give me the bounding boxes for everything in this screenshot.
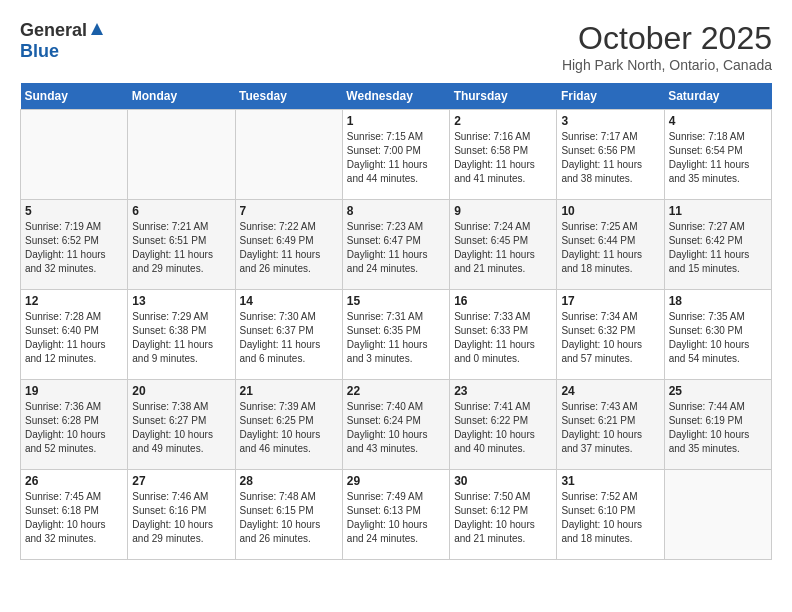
calendar-cell: 21Sunrise: 7:39 AM Sunset: 6:25 PM Dayli… (235, 380, 342, 470)
calendar-cell: 3Sunrise: 7:17 AM Sunset: 6:56 PM Daylig… (557, 110, 664, 200)
calendar-cell (664, 470, 771, 560)
calendar-cell: 27Sunrise: 7:46 AM Sunset: 6:16 PM Dayli… (128, 470, 235, 560)
day-info: Sunrise: 7:28 AM Sunset: 6:40 PM Dayligh… (25, 310, 123, 366)
day-number: 23 (454, 384, 552, 398)
day-info: Sunrise: 7:44 AM Sunset: 6:19 PM Dayligh… (669, 400, 767, 456)
calendar-cell: 5Sunrise: 7:19 AM Sunset: 6:52 PM Daylig… (21, 200, 128, 290)
day-info: Sunrise: 7:52 AM Sunset: 6:10 PM Dayligh… (561, 490, 659, 546)
calendar-week-row: 19Sunrise: 7:36 AM Sunset: 6:28 PM Dayli… (21, 380, 772, 470)
calendar-cell: 23Sunrise: 7:41 AM Sunset: 6:22 PM Dayli… (450, 380, 557, 470)
day-number: 2 (454, 114, 552, 128)
calendar-cell: 7Sunrise: 7:22 AM Sunset: 6:49 PM Daylig… (235, 200, 342, 290)
day-number: 21 (240, 384, 338, 398)
logo-icon (89, 21, 105, 41)
weekday-header-wednesday: Wednesday (342, 83, 449, 110)
day-info: Sunrise: 7:30 AM Sunset: 6:37 PM Dayligh… (240, 310, 338, 366)
calendar-week-row: 12Sunrise: 7:28 AM Sunset: 6:40 PM Dayli… (21, 290, 772, 380)
weekday-header-thursday: Thursday (450, 83, 557, 110)
day-info: Sunrise: 7:48 AM Sunset: 6:15 PM Dayligh… (240, 490, 338, 546)
day-info: Sunrise: 7:49 AM Sunset: 6:13 PM Dayligh… (347, 490, 445, 546)
calendar-cell: 14Sunrise: 7:30 AM Sunset: 6:37 PM Dayli… (235, 290, 342, 380)
calendar-cell: 17Sunrise: 7:34 AM Sunset: 6:32 PM Dayli… (557, 290, 664, 380)
calendar-cell: 25Sunrise: 7:44 AM Sunset: 6:19 PM Dayli… (664, 380, 771, 470)
day-number: 22 (347, 384, 445, 398)
day-number: 10 (561, 204, 659, 218)
day-info: Sunrise: 7:19 AM Sunset: 6:52 PM Dayligh… (25, 220, 123, 276)
day-info: Sunrise: 7:25 AM Sunset: 6:44 PM Dayligh… (561, 220, 659, 276)
day-info: Sunrise: 7:50 AM Sunset: 6:12 PM Dayligh… (454, 490, 552, 546)
day-number: 19 (25, 384, 123, 398)
calendar-cell: 28Sunrise: 7:48 AM Sunset: 6:15 PM Dayli… (235, 470, 342, 560)
day-number: 18 (669, 294, 767, 308)
calendar-cell (21, 110, 128, 200)
calendar-cell: 26Sunrise: 7:45 AM Sunset: 6:18 PM Dayli… (21, 470, 128, 560)
weekday-header-sunday: Sunday (21, 83, 128, 110)
day-info: Sunrise: 7:27 AM Sunset: 6:42 PM Dayligh… (669, 220, 767, 276)
weekday-header-saturday: Saturday (664, 83, 771, 110)
calendar-week-row: 26Sunrise: 7:45 AM Sunset: 6:18 PM Dayli… (21, 470, 772, 560)
logo: General Blue (20, 20, 105, 62)
weekday-header-friday: Friday (557, 83, 664, 110)
calendar-cell: 6Sunrise: 7:21 AM Sunset: 6:51 PM Daylig… (128, 200, 235, 290)
calendar-cell: 29Sunrise: 7:49 AM Sunset: 6:13 PM Dayli… (342, 470, 449, 560)
calendar-table: SundayMondayTuesdayWednesdayThursdayFrid… (20, 83, 772, 560)
calendar-cell: 2Sunrise: 7:16 AM Sunset: 6:58 PM Daylig… (450, 110, 557, 200)
calendar-cell: 31Sunrise: 7:52 AM Sunset: 6:10 PM Dayli… (557, 470, 664, 560)
calendar-cell: 19Sunrise: 7:36 AM Sunset: 6:28 PM Dayli… (21, 380, 128, 470)
calendar-cell: 22Sunrise: 7:40 AM Sunset: 6:24 PM Dayli… (342, 380, 449, 470)
day-info: Sunrise: 7:29 AM Sunset: 6:38 PM Dayligh… (132, 310, 230, 366)
day-info: Sunrise: 7:18 AM Sunset: 6:54 PM Dayligh… (669, 130, 767, 186)
day-number: 14 (240, 294, 338, 308)
day-number: 6 (132, 204, 230, 218)
logo-blue: Blue (20, 41, 59, 61)
calendar-cell: 12Sunrise: 7:28 AM Sunset: 6:40 PM Dayli… (21, 290, 128, 380)
weekday-header-monday: Monday (128, 83, 235, 110)
calendar-cell (128, 110, 235, 200)
calendar-cell: 30Sunrise: 7:50 AM Sunset: 6:12 PM Dayli… (450, 470, 557, 560)
day-info: Sunrise: 7:43 AM Sunset: 6:21 PM Dayligh… (561, 400, 659, 456)
calendar-cell: 10Sunrise: 7:25 AM Sunset: 6:44 PM Dayli… (557, 200, 664, 290)
calendar-cell: 1Sunrise: 7:15 AM Sunset: 7:00 PM Daylig… (342, 110, 449, 200)
day-info: Sunrise: 7:38 AM Sunset: 6:27 PM Dayligh… (132, 400, 230, 456)
day-info: Sunrise: 7:21 AM Sunset: 6:51 PM Dayligh… (132, 220, 230, 276)
day-info: Sunrise: 7:22 AM Sunset: 6:49 PM Dayligh… (240, 220, 338, 276)
day-info: Sunrise: 7:15 AM Sunset: 7:00 PM Dayligh… (347, 130, 445, 186)
day-number: 20 (132, 384, 230, 398)
day-info: Sunrise: 7:41 AM Sunset: 6:22 PM Dayligh… (454, 400, 552, 456)
day-number: 9 (454, 204, 552, 218)
day-number: 4 (669, 114, 767, 128)
day-number: 3 (561, 114, 659, 128)
day-number: 11 (669, 204, 767, 218)
day-info: Sunrise: 7:23 AM Sunset: 6:47 PM Dayligh… (347, 220, 445, 276)
weekday-header-tuesday: Tuesday (235, 83, 342, 110)
calendar-cell (235, 110, 342, 200)
day-info: Sunrise: 7:17 AM Sunset: 6:56 PM Dayligh… (561, 130, 659, 186)
day-number: 17 (561, 294, 659, 308)
day-info: Sunrise: 7:36 AM Sunset: 6:28 PM Dayligh… (25, 400, 123, 456)
day-number: 26 (25, 474, 123, 488)
day-info: Sunrise: 7:34 AM Sunset: 6:32 PM Dayligh… (561, 310, 659, 366)
calendar-week-row: 5Sunrise: 7:19 AM Sunset: 6:52 PM Daylig… (21, 200, 772, 290)
location: High Park North, Ontario, Canada (562, 57, 772, 73)
day-info: Sunrise: 7:39 AM Sunset: 6:25 PM Dayligh… (240, 400, 338, 456)
day-number: 30 (454, 474, 552, 488)
day-info: Sunrise: 7:46 AM Sunset: 6:16 PM Dayligh… (132, 490, 230, 546)
calendar-cell: 16Sunrise: 7:33 AM Sunset: 6:33 PM Dayli… (450, 290, 557, 380)
day-number: 5 (25, 204, 123, 218)
day-number: 24 (561, 384, 659, 398)
calendar-cell: 11Sunrise: 7:27 AM Sunset: 6:42 PM Dayli… (664, 200, 771, 290)
month-title: October 2025 (562, 20, 772, 57)
day-number: 31 (561, 474, 659, 488)
day-number: 7 (240, 204, 338, 218)
day-info: Sunrise: 7:45 AM Sunset: 6:18 PM Dayligh… (25, 490, 123, 546)
calendar-cell: 4Sunrise: 7:18 AM Sunset: 6:54 PM Daylig… (664, 110, 771, 200)
day-info: Sunrise: 7:33 AM Sunset: 6:33 PM Dayligh… (454, 310, 552, 366)
calendar-cell: 20Sunrise: 7:38 AM Sunset: 6:27 PM Dayli… (128, 380, 235, 470)
day-number: 29 (347, 474, 445, 488)
calendar-header-row: SundayMondayTuesdayWednesdayThursdayFrid… (21, 83, 772, 110)
logo-general: General (20, 20, 87, 41)
day-info: Sunrise: 7:40 AM Sunset: 6:24 PM Dayligh… (347, 400, 445, 456)
day-info: Sunrise: 7:24 AM Sunset: 6:45 PM Dayligh… (454, 220, 552, 276)
day-number: 13 (132, 294, 230, 308)
calendar-cell: 15Sunrise: 7:31 AM Sunset: 6:35 PM Dayli… (342, 290, 449, 380)
